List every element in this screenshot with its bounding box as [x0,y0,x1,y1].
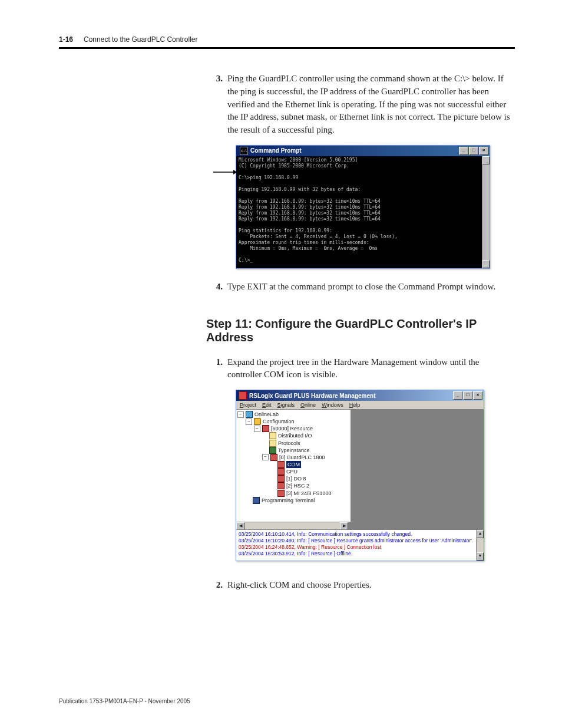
log-line: 03/25/2004 16:10:10.414, Info: Communica… [239,531,481,538]
minimize-button[interactable]: _ [453,391,462,400]
folder-icon [269,432,276,439]
menu-project[interactable]: Project [240,402,256,408]
tree-guardplc[interactable]: [0] GuardPLC 1800 [279,454,325,461]
scroll-up-icon[interactable]: ▲ [482,156,490,164]
step-1-number: 1. [212,356,223,382]
step-4-number: 4. [212,281,223,294]
tree-resource[interactable]: [60000] Resource [271,425,313,432]
folder-icon [254,418,261,425]
step-2-number: 2. [212,579,223,592]
hw-app-icon [239,391,247,400]
cpu-icon [277,468,285,475]
tree-protocols[interactable]: Protocols [278,440,300,447]
cmd-scrollbar[interactable]: ▲▼ [482,156,490,268]
project-icon [246,411,253,418]
slot-icon [277,475,285,482]
tree-hsc2[interactable]: [2] HSC 2 [286,482,309,489]
cmd-app-icon: c:\ [240,147,248,155]
empty-pane [351,410,484,522]
page-number: 1-16 [59,35,73,44]
log-scrollbar[interactable]: ▲ ▼ [476,530,484,561]
tree-programming-terminal[interactable]: Programming Terminal [262,497,315,504]
menu-signals[interactable]: Signals [277,402,295,408]
folder-icon [269,440,276,447]
tree-collapse-icon[interactable]: − [237,411,244,418]
tree-distributed-io[interactable]: Distributed I/O [278,432,312,439]
tree-do8[interactable]: [1] DO 8 [286,475,306,482]
chapter-title: Connect to the GuardPLC Controller [84,35,197,44]
scroll-down-icon[interactable]: ▼ [482,260,490,268]
slot-icon [277,490,285,497]
step-4-text: Type EXIT at the command prompt to close… [227,281,515,294]
log-line: 03/25/2004 16:24:48.652, Warning: [ Reso… [239,544,481,551]
log-pane: 03/25/2004 16:10:10.414, Info: Communica… [236,529,484,561]
tree-configuration[interactable]: Configuration [263,418,295,425]
tree-com[interactable]: COM [286,461,301,468]
menu-edit[interactable]: Edit [262,402,272,408]
arrow-icon [213,169,237,176]
header-rule [59,47,515,49]
log-line: 03/25/2004 16:30:53.912, Info: [ Resourc… [239,551,481,557]
com-icon [277,461,285,468]
maximize-button[interactable]: □ [469,147,478,155]
scroll-up-icon[interactable]: ▲ [477,530,484,538]
close-button[interactable]: × [479,147,488,155]
scroll-down-icon[interactable]: ▼ [477,552,484,561]
typeinstance-icon [269,447,276,454]
plc-icon [270,454,277,461]
close-button[interactable]: × [473,391,482,400]
menu-bar[interactable]: Project Edit Signals Online Windows Help [236,401,484,410]
minimize-button[interactable]: _ [459,147,468,155]
step-2-text: Right-click COM and choose Properties. [227,579,515,592]
maximize-button[interactable]: □ [463,391,472,400]
tree-project[interactable]: OnlineLab [254,411,279,418]
resource-icon [262,425,269,432]
tree-hscrollbar[interactable]: ◀ ▶ [236,522,348,529]
tree-cpu[interactable]: CPU [286,468,297,475]
step-3-number: 3. [212,73,223,137]
menu-windows[interactable]: Windows [322,402,343,408]
tree-collapse-icon[interactable]: − [262,454,269,460]
tree-collapse-icon[interactable]: − [254,426,260,432]
section-11-heading: Step 11: Configure the GuardPLC Controll… [206,317,515,344]
slot-icon [277,482,285,489]
command-prompt-window: c:\ Command Prompt _ □ × Microsoft Windo… [236,145,490,269]
menu-help[interactable]: Help [349,402,361,408]
step-1-text: Expand the project tree in the Hardware … [227,356,515,382]
cmd-output: Microsoft Windows 2000 [Version 5.00.219… [236,156,490,268]
tree-mi[interactable]: [3] MI 24/8 FS1000 [286,490,332,497]
tree-collapse-icon[interactable]: − [246,419,252,425]
log-line: 03/25/2004 16:10:20.490, Info: [ Resourc… [239,538,481,544]
tree-typeinstance[interactable]: TypeInstance [278,447,310,454]
hardware-management-window: RSLogix Guard PLUS Hardware Management _… [236,390,484,561]
project-tree[interactable]: −OnlineLab −Configuration −[60000] Resou… [236,410,351,522]
terminal-icon [253,497,260,504]
publication-footer: Publication 1753-PM001A-EN-P - November … [59,698,190,704]
step-3-text: Ping the GuardPLC controller using the c… [227,73,515,137]
menu-online[interactable]: Online [300,402,316,408]
cmd-title: Command Prompt [250,147,457,155]
hw-title: RSLogix Guard PLUS Hardware Management [249,393,451,399]
